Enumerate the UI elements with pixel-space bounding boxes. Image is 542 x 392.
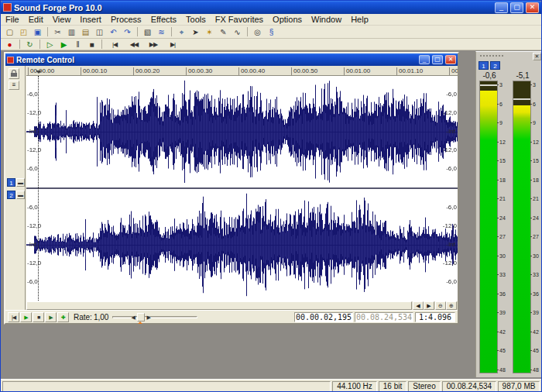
special-paste-icon[interactable]: ▧ [141,26,154,37]
zoom-in-icon[interactable]: ⊕ [446,301,457,310]
trim-icon[interactable]: ◫ [93,26,106,37]
wave-ch2[interactable]: -6,0-6,0-12,0-12,0-Inf.-Inf.-12,0-12,0-6… [26,189,458,301]
meter-channel-1-button[interactable]: 1 [479,61,489,70]
status-bar: 44.100 Hz16 bitStereo00.08.24,534987,0 M… [1,379,541,392]
minimize-button[interactable]: _ [495,2,508,13]
remote-play-all-button[interactable]: ▶ [45,312,57,322]
menu-item-help[interactable]: Help [346,14,373,25]
paste-icon[interactable]: ▤ [79,26,92,37]
menu-item-edit[interactable]: Edit [24,14,48,25]
rate-decrease-icon[interactable]: ◀ [131,314,135,321]
toolbar-separator [47,27,48,36]
copy-icon[interactable]: ▥ [65,26,78,37]
waveform-canvas-ch1[interactable] [26,76,458,187]
channel-1-badge[interactable]: 1 [7,178,15,187]
meter-value-ch1[interactable]: -0,6 [478,71,501,80]
ruler-tick: 00.01.10 [396,67,423,75]
play-all-icon[interactable]: ▷ [43,39,57,50]
wave-ch1[interactable]: -6,0-6,0-12,0-12,0-Inf.-Inf.-12,0-12,0-6… [26,76,458,187]
menu-item-fx-favorites[interactable]: FX Favorites [211,14,268,25]
remote-title-bar[interactable]: Remote Control _ ▢ ✕ [5,53,458,66]
meter-value-ch2[interactable]: -5,1 [511,71,534,80]
redo-icon[interactable]: ↷ [121,26,134,37]
remote-play-button[interactable]: ▶ [20,312,32,322]
edit-tool-icon[interactable]: ➤ [189,26,202,37]
script-icon[interactable]: § [265,26,278,37]
mix-icon[interactable]: ≋ [155,26,168,37]
meter-ch2[interactable] [513,81,531,373]
undo-icon[interactable]: ↶ [107,26,120,37]
scrollbar-thumb[interactable] [26,301,412,310]
save-icon[interactable]: ▣ [31,26,44,37]
remote-minimize-button[interactable]: _ [419,55,430,64]
horizontal-scrollbar[interactable]: ◀ ▶ ⊖ ⊕ [26,301,458,310]
rate-increase-icon[interactable]: ▶ [146,314,150,321]
toolbar-separator [171,27,172,36]
meter-channel-2-button[interactable]: 2 [490,61,500,70]
remote-close-button[interactable]: ✕ [445,55,456,64]
current-time-display[interactable]: 00.00.02,195 [294,312,353,322]
waveform-canvas-ch2[interactable] [26,189,458,301]
title-bar[interactable]: Sound Forge Pro 10.0 _ ▢ ✕ [1,1,541,14]
maximize-button[interactable]: ▢ [510,2,523,13]
close-button[interactable]: ✕ [526,2,539,13]
menu-item-process[interactable]: Process [106,14,146,25]
rate-center-marker [138,319,142,324]
snapshot-icon[interactable]: ◎ [251,26,264,37]
envelope-tool-icon[interactable]: ∿ [231,26,244,37]
meters-close-button[interactable]: ✕ [533,53,541,60]
new-icon[interactable]: ▢ [3,26,16,37]
menu-item-tools[interactable]: Tools [181,14,211,25]
meter-scale-ch1: 36912151821242730333639424548 [499,81,512,373]
record-icon[interactable]: ● [3,39,16,50]
pause-icon[interactable]: ‖ [71,39,84,50]
meter-scale-label: 45 [533,348,539,353]
menu-item-effects[interactable]: Effects [146,14,181,25]
cut-icon[interactable]: ✂ [51,26,64,37]
menu-item-window[interactable]: Window [307,14,346,25]
play-icon[interactable]: ▶ [57,39,70,50]
meter-scale-label: 30 [499,253,506,259]
pencil-tool-icon[interactable]: ✎ [217,26,230,37]
rewind-icon[interactable]: ◀◀ [125,39,143,50]
menu-item-insert[interactable]: Insert [75,14,106,25]
lock-icon[interactable] [9,68,19,79]
scroll-right-button[interactable]: ▶ [424,301,434,310]
timeline-ruler[interactable]: 00.00.0000.00.1000.00.2000.00.3000.00.40… [26,66,458,76]
menu-item-file[interactable]: File [1,14,24,25]
meter-scale-label: 18 [499,177,506,183]
menu-item-options[interactable]: Options [268,14,307,25]
channel-1-minimize-button[interactable]: ▬ [16,178,25,187]
remote-marker-button[interactable]: ✚ [57,312,69,322]
go-to-end-icon[interactable]: ▶| [163,39,182,50]
drag-grip-icon[interactable] [480,55,503,57]
remote-stop-button[interactable]: ■ [33,312,44,322]
meter-fill [480,91,497,373]
waveform-menu-icon[interactable]: ≡ [9,81,19,90]
open-icon[interactable]: ◰ [17,26,30,37]
rate-slider-track[interactable] [112,316,197,318]
app-title: Sound Forge Pro 10.0 [14,3,492,12]
channel-2-badge[interactable]: 2 [7,191,15,199]
zoom-ratio-display[interactable]: 1:4.096 [415,312,455,322]
remote-go-to-start-button[interactable]: |◀ [8,312,19,322]
scroll-left-button[interactable]: ◀ [413,301,424,310]
channel-2-minimize-button[interactable]: ▬ [16,191,25,199]
peak-hold-marker [480,84,497,86]
zoom-out-icon[interactable]: ⊖ [435,301,446,310]
rate-value: 1,00 [94,313,108,322]
waveform-area[interactable]: -6,0-6,0-12,0-12,0-Inf.-Inf.-12,0-12,0-6… [26,76,458,301]
magnify-tool-icon[interactable]: ⌖ [175,26,188,37]
stop-icon[interactable]: ■ [85,39,98,50]
meter-scale-label: 39 [499,310,506,315]
remote-maximize-button[interactable]: ▢ [432,55,443,64]
go-to-start-icon[interactable]: |◀ [105,39,124,50]
forward-icon[interactable]: ▶▶ [144,39,163,50]
menu-item-view[interactable]: View [48,14,76,25]
loop-playback-icon[interactable]: ↻ [23,39,36,50]
rate-slider[interactable]: ◀ ▶ [112,312,197,322]
meter-ch1[interactable] [479,81,498,373]
meters-header[interactable]: ✕ [476,52,542,60]
magic-wand-icon[interactable]: ✶ [203,26,216,37]
rate-label: Rate: [74,313,92,322]
